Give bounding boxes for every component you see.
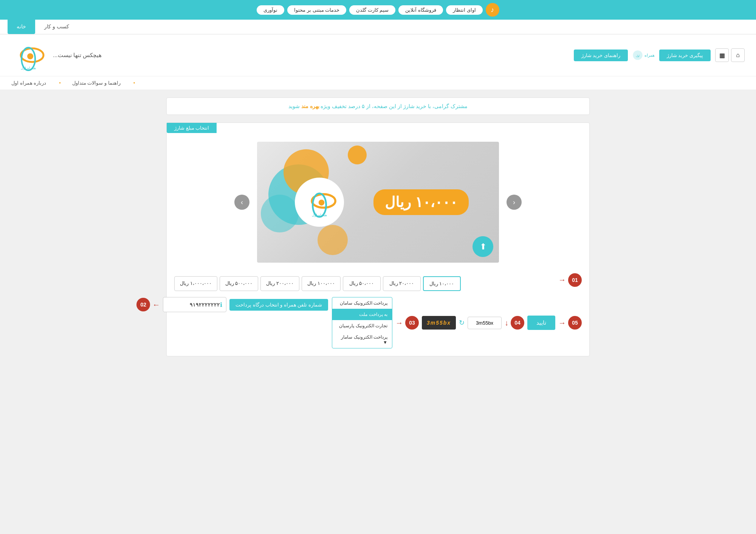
tab-bar: کسب و کار خانه	[0, 20, 756, 34]
annotation-03: 03 →	[395, 316, 419, 330]
form-left-area: 05 → تایید 04 ↓ ↻ 3m55bx 03 →	[332, 297, 582, 348]
sub-nav: • راهنما و سوالات متداول • درباره همراه …	[0, 76, 756, 90]
hamrah-logo-small: اول	[632, 50, 643, 60]
grid-icon-btn[interactable]: ▦	[715, 48, 729, 62]
home-icon-btn[interactable]: ⌂	[731, 48, 745, 62]
header-icons: ⌂ ▦	[715, 48, 745, 62]
captcha-area: ↻ 3m55bx	[422, 316, 502, 330]
tab-home[interactable]: خانه	[8, 20, 35, 34]
dropdown-option-parsian[interactable]: تجارت الکترونیک پارسیان	[332, 320, 392, 331]
charge-section: انتخاب مبلغ شارژ ‹ همراه اول	[166, 122, 590, 356]
ann-arrow-04: ↓	[505, 319, 508, 327]
svg-text:همراه اول: همراه اول	[312, 213, 327, 217]
hamrah-badge: همراه اول	[632, 50, 655, 60]
ann-circle-01: 01	[568, 273, 582, 287]
ann-circle-02: 02	[136, 298, 150, 311]
subnav-rahnama[interactable]: راهنما و سوالات متداول	[72, 80, 121, 86]
phone-field-wrapper: ℹ	[163, 297, 226, 312]
deco-circle-3	[261, 195, 299, 232]
annotation-04: 04 ↓	[505, 316, 524, 330]
amount-btn-10k[interactable]: ۱۰،۰۰۰ ریال	[423, 276, 461, 291]
amount-selector: ۱۰،۰۰۰ ریال ۲۰،۰۰۰ ریال ۵۰،۰۰۰ ریال ۱۰۰،…	[174, 276, 555, 291]
ann-circle-04: 04	[511, 316, 524, 330]
svg-point-4	[27, 53, 33, 59]
music-icon[interactable]: ♪	[486, 3, 499, 17]
header-tagline: هیچکس تنها نیست...	[53, 52, 102, 59]
nav-sim[interactable]: سیم کارت گلدن	[349, 5, 395, 15]
captcha-input[interactable]	[468, 317, 502, 329]
carousel-logo-circle: همراه اول	[295, 178, 344, 227]
tab-business[interactable]: کسب و کار	[35, 20, 78, 34]
subnav-darbare[interactable]: درباره همراه اول	[11, 80, 46, 86]
dropdown-wrapper: پرداخت الکترونیک سامان به پرداخت ملت تجا…	[332, 297, 392, 348]
deco-circle-5	[348, 145, 367, 164]
dropdown-option-samar[interactable]: پرداخت الکترونیک سامار ▼	[332, 331, 392, 348]
upload-icon: ⬆	[472, 236, 493, 257]
main-logo-svg: همراه اول	[11, 38, 45, 72]
carousel-next-btn[interactable]: ›	[234, 195, 249, 210]
header: ⌂ ▦ پیگیری خرید شارژ همراه اول راهنمای خ…	[0, 34, 756, 76]
annotation-01: 01 →	[558, 273, 582, 287]
nav-novavari[interactable]: نوآوری	[257, 5, 284, 15]
svg-point-8	[319, 200, 325, 206]
ann-arrow-05: →	[558, 319, 566, 327]
payment-dropdown[interactable]: پرداخت الکترونیک سامان به پرداخت ملت تجا…	[332, 297, 392, 348]
amount-btn-100k[interactable]: ۱۰۰،۰۰۰ ریال	[302, 276, 341, 291]
main-content: مشترک گرامی، با خرید شارژ از این صفحه، ا…	[151, 90, 605, 364]
price-badge: ۱۰،۰۰۰ ریال	[373, 189, 469, 215]
track-charge-btn[interactable]: پیگیری خرید شارژ	[659, 50, 711, 61]
promo-text: مشترک گرامی، با خرید شارژ از این صفحه، ا…	[319, 103, 468, 109]
ann-circle-03: 03	[405, 316, 419, 330]
amount-btn-500k[interactable]: ۵۰۰،۰۰۰ ریال	[220, 276, 259, 291]
ann-arrow-01: →	[558, 276, 566, 284]
svg-text:همراه اول: همراه اول	[21, 66, 36, 70]
nav-avay[interactable]: اوای انتظار	[446, 5, 483, 15]
amount-btn-50k[interactable]: ۵۰،۰۰۰ ریال	[343, 276, 381, 291]
deco-circle-4	[318, 225, 348, 255]
carousel-logo-svg: همراه اول	[301, 183, 338, 221]
promo-banner: مشترک گرامی، با خرید شارژ از این صفحه، ا…	[166, 98, 590, 115]
promo-text2: شوید	[288, 103, 301, 109]
amount-btn-1m[interactable]: ۱،۰۰۰،۰۰۰ ریال	[174, 276, 217, 291]
captcha-refresh-icon[interactable]: ↻	[459, 319, 465, 327]
ann-arrow-02: ←	[152, 300, 160, 309]
carousel-image: همراه اول ۱۰،۰۰۰ ریال ⬆	[257, 142, 499, 263]
phone-input[interactable]	[167, 302, 220, 308]
ann-circle-05: 05	[568, 316, 582, 330]
form-right-area: شماره تلفن همراه و انتخاب درگاه پرداخت ℹ…	[136, 297, 328, 312]
payment-label: شماره تلفن همراه و انتخاب درگاه پرداخت	[229, 299, 328, 311]
annotation-05: 05 →	[558, 316, 582, 330]
info-icon[interactable]: ℹ	[220, 301, 222, 308]
dropdown-option-saman[interactable]: پرداخت الکترونیک سامان	[332, 297, 392, 309]
captcha-image: 3m55bx	[422, 316, 456, 330]
nav-khadamat[interactable]: خدمات مبتنی بر محتوا	[287, 5, 346, 15]
amount-row: 01 → ۱۰،۰۰۰ ریال ۲۰،۰۰۰ ریال ۵۰،۰۰۰ ریال…	[174, 269, 582, 291]
header-left: هیچکس تنها نیست... همراه اول	[11, 38, 109, 72]
annotation-02: ← 02	[136, 298, 160, 311]
dropdown-option-mellat[interactable]: به پرداخت ملت	[332, 309, 392, 320]
amount-btn-20k[interactable]: ۲۰،۰۰۰ ریال	[383, 276, 421, 291]
carousel-prev-btn[interactable]: ‹	[507, 195, 522, 210]
bottom-form-row: 05 → تایید 04 ↓ ↻ 3m55bx 03 →	[174, 297, 582, 348]
svg-text:اول: اول	[636, 54, 640, 57]
section-title: انتخاب مبلغ شارژ	[167, 123, 217, 133]
carousel: ‹ همراه اول ۱۰،۰۰۰	[174, 142, 582, 263]
top-nav: ♪ اوای انتظار فروشگاه آنلاین سیم کارت گل…	[0, 0, 756, 20]
buy-charge-btn[interactable]: راهنمای خرید شارژ	[574, 50, 628, 61]
amount-btn-200k[interactable]: ۲۰۰،۰۰۰ ریال	[260, 276, 299, 291]
confirm-button[interactable]: تایید	[527, 316, 555, 330]
promo-highlight: بهره مند	[301, 103, 319, 109]
hamrah-logo: همراه اول	[11, 38, 45, 72]
nav-forooshgah[interactable]: فروشگاه آنلاین	[398, 5, 443, 15]
header-right: ⌂ ▦ پیگیری خرید شارژ همراه اول راهنمای خ…	[574, 48, 745, 62]
ann-arrow-03: →	[395, 319, 403, 327]
hamrah-label: همراه	[644, 53, 655, 58]
